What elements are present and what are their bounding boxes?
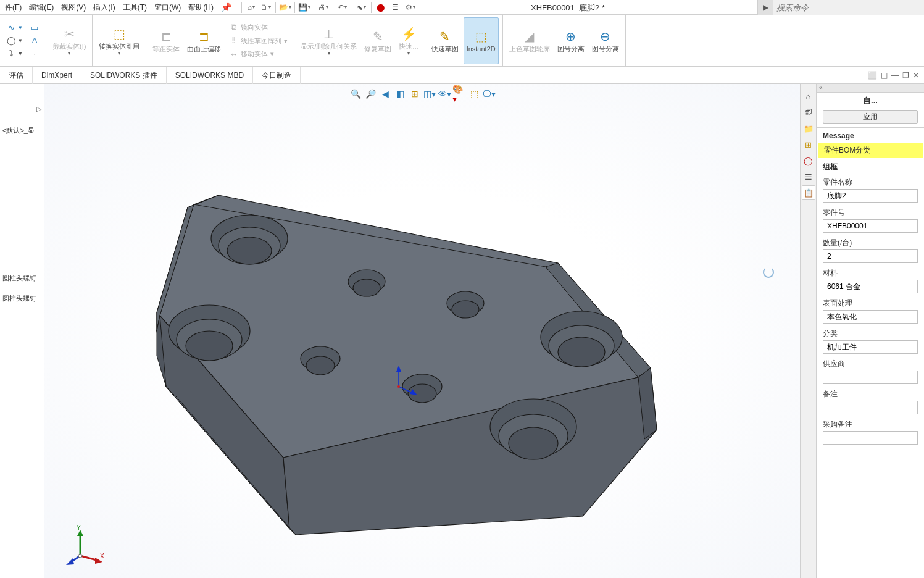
apply-scene-icon[interactable]: ⬚ — [467, 88, 481, 100]
section-view-icon[interactable]: ◧ — [393, 88, 407, 100]
purchase-remark-input[interactable] — [823, 431, 918, 445]
feature-item-2[interactable]: 圆柱头螺钉 — [0, 293, 44, 304]
tab-dimxpert[interactable]: DimXpert — [33, 67, 81, 84]
model-render — [44, 84, 800, 578]
line-tool[interactable]: ∿▾ — [4, 22, 25, 33]
mirror-entities[interactable]: ⧉镜向实体 — [226, 21, 290, 33]
menu-insert[interactable]: 插入(I) — [89, 0, 119, 15]
material-label: 材料 — [823, 268, 918, 279]
view-settings-icon[interactable]: 🖵▾ — [482, 88, 496, 100]
arc-tool[interactable]: ⤵▾ — [4, 48, 25, 59]
config-default[interactable]: <默认>_显 — [0, 125, 44, 136]
point-tool[interactable]: · — [27, 48, 42, 59]
search-input[interactable] — [773, 3, 924, 12]
menu-bar: 件(F) 编辑(E) 视图(V) 插入(I) 工具(T) 窗口(W) 帮助(H)… — [0, 0, 924, 15]
command-manager-tabs: 评估 DimXpert SOLIDWORKS 插件 SOLIDWORKS MBD… — [0, 67, 924, 84]
trim-entity-button[interactable]: ✂ 剪裁实体(I) ▾ — [50, 17, 88, 64]
message-body: 零件BOM分类 — [818, 143, 923, 158]
detach-drawing-number-1[interactable]: ⊕ 图号分离 — [555, 17, 587, 64]
view-orientation-icon[interactable]: ⊞ — [408, 88, 422, 100]
rebuild-button[interactable]: ⬤ — [374, 1, 388, 14]
class-input[interactable] — [823, 340, 918, 354]
instant2d-button[interactable]: ⬚ Instant2D — [464, 17, 499, 64]
appearances-tab-icon[interactable]: ☰ — [802, 169, 815, 184]
menu-tools[interactable]: 工具(T) — [119, 0, 151, 15]
dock-icon[interactable]: ◫ — [881, 71, 888, 80]
close-icon[interactable]: ✕ — [913, 71, 919, 80]
rect-tool[interactable]: ▭ — [27, 22, 42, 33]
convert-entities-button[interactable]: ⬚ 转换实体引用 ▾ — [96, 17, 142, 64]
home-button[interactable]: ⌂▾ — [244, 1, 258, 14]
tab-evaluate[interactable]: 评估 — [0, 67, 33, 84]
svg-point-17 — [558, 337, 605, 367]
text-tool[interactable]: A — [27, 35, 42, 46]
material-input[interactable] — [823, 280, 918, 293]
pin-icon[interactable]: 📌 — [221, 2, 231, 12]
feature-manager-panel: ▷ <默认>_显 圆柱头螺钉 圆柱头螺钉 — [0, 84, 44, 578]
shaded-sketch-contours[interactable]: ◢ 上色草图轮廓 — [507, 17, 552, 64]
detach-drawing-number-2[interactable]: ⊖ 图号分离 — [589, 17, 622, 64]
prev-view-icon[interactable]: ◀ — [378, 88, 392, 100]
offset-entities-button[interactable]: ⊏ 等距实体 — [150, 17, 182, 64]
rapid-sketch[interactable]: ✎ 快速草图 — [429, 17, 461, 64]
panel-collapse-handle[interactable]: « — [817, 84, 924, 93]
menu-file[interactable]: 件(F) — [1, 0, 25, 15]
search-icon[interactable]: ▶ — [758, 0, 773, 15]
offset-on-surface-button[interactable]: ⊐ 曲面上偏移 — [185, 17, 223, 64]
zoom-area-icon[interactable]: 🔎 — [364, 88, 377, 100]
part-name-input[interactable] — [823, 189, 918, 203]
collapse-tree-icon[interactable]: ⬜ — [868, 71, 877, 80]
display-style-icon[interactable]: ◫▾ — [423, 88, 436, 100]
circle-tool[interactable]: ◯▾ — [4, 35, 25, 46]
settings-button[interactable]: ⚙▾ — [404, 1, 417, 14]
menu-edit[interactable]: 编辑(E) — [25, 0, 57, 15]
print-button[interactable]: 🖨▾ — [317, 1, 330, 14]
resources-tab-icon[interactable]: 🗊 — [802, 105, 815, 120]
panel-collapse-icon[interactable]: ▷ — [36, 105, 41, 113]
display-relations[interactable]: ⊥ 显示/删除几何关系 ▾ — [298, 17, 359, 64]
menu-window[interactable]: 窗口(W) — [151, 0, 185, 15]
tab-solidworks-addins[interactable]: SOLIDWORKS 插件 — [81, 67, 167, 84]
design-library-tab-icon[interactable]: 📁 — [802, 121, 815, 136]
new-button[interactable]: 🗋▾ — [259, 1, 273, 14]
linear-pattern[interactable]: ⦙⦙线性草图阵列▾ — [226, 35, 290, 47]
undo-button[interactable]: ↶▾ — [336, 1, 349, 14]
file-explorer-tab-icon[interactable]: ⊞ — [802, 137, 815, 152]
repair-sketch[interactable]: ✎ 修复草图 — [362, 17, 394, 64]
menu-view[interactable]: 视图(V) — [57, 0, 89, 15]
qty-input[interactable] — [823, 249, 918, 263]
svg-point-26 — [306, 356, 335, 375]
supplier-input[interactable] — [823, 371, 918, 384]
custom-properties-panel: « 自... 应用 Message 零件BOM分类 组框 零件名称 零件号 数量… — [816, 84, 924, 578]
minimize-icon[interactable]: — — [891, 71, 899, 80]
feature-item-1[interactable]: 圆柱头螺钉 — [0, 272, 44, 284]
maximize-icon[interactable]: ❐ — [902, 71, 909, 80]
purchase-remark-label: 采购备注 — [823, 419, 918, 430]
svg-point-14 — [186, 331, 233, 361]
open-button[interactable]: 📂▾ — [278, 1, 292, 14]
task-pane-title: 自... — [817, 93, 924, 109]
save-button[interactable]: 💾▾ — [298, 1, 311, 14]
part-no-input[interactable] — [823, 219, 918, 233]
tab-today-mfg[interactable]: 今日制造 — [253, 67, 301, 84]
menu-help[interactable]: 帮助(H) — [185, 0, 217, 15]
svg-point-24 — [452, 301, 479, 318]
remark-input[interactable] — [823, 401, 918, 414]
move-entities[interactable]: ↔移动实体▾ — [226, 48, 290, 60]
home-tab-icon[interactable]: ⌂ — [802, 89, 815, 104]
surface-input[interactable] — [823, 310, 918, 324]
tab-solidworks-mbd[interactable]: SOLIDWORKS MBD — [167, 67, 253, 84]
quick-snap[interactable]: ⚡ 快速... ▾ — [396, 17, 420, 64]
custom-props-tab-icon[interactable]: 📋 — [802, 185, 815, 200]
remark-label: 备注 — [823, 389, 918, 400]
zoom-fit-icon[interactable]: 🔍 — [349, 88, 362, 100]
hide-show-icon[interactable]: 👁▾ — [438, 88, 451, 100]
edit-appearance-icon[interactable]: 🎨▾ — [452, 88, 466, 100]
view-palette-tab-icon[interactable]: ◯ — [802, 153, 815, 168]
options-icon[interactable]: ☰ — [389, 1, 402, 14]
quick-access-toolbar: ⌂▾ 🗋▾ 📂▾ 💾▾ 🖨▾ ↶▾ ⬉▾ ⬤ ☰ ⚙▾ — [240, 1, 417, 14]
view-triad-icon[interactable]: Y X — [63, 525, 106, 568]
apply-button[interactable]: 应用 — [823, 110, 918, 124]
graphics-viewport[interactable]: 🔍 🔎 ◀ ◧ ⊞ ◫▾ 👁▾ 🎨▾ ⬚ 🖵▾ — [44, 84, 800, 578]
select-button[interactable]: ⬉▾ — [355, 1, 368, 14]
